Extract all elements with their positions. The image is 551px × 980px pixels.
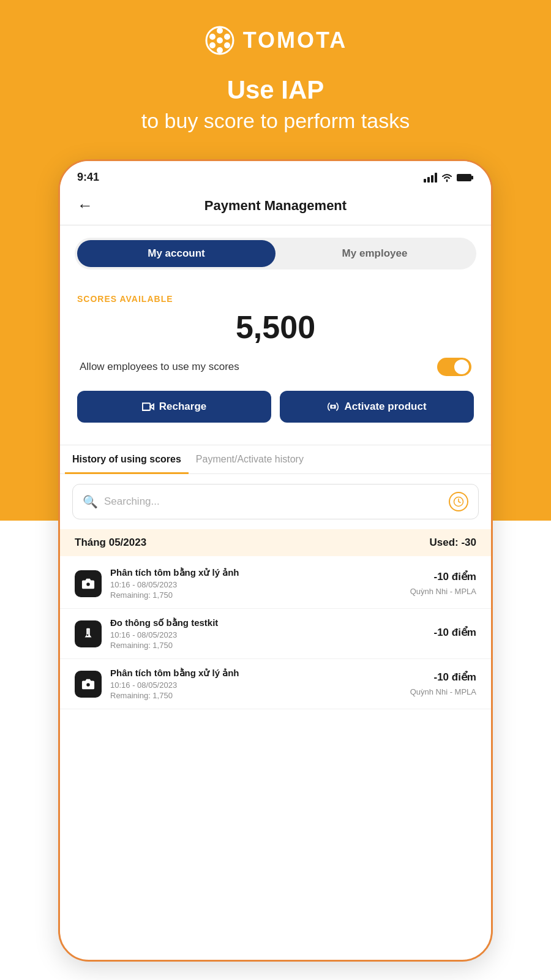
svg-point-2: [224, 34, 230, 40]
header-brand: TOMOTA Use IAP to buy score to perform t…: [0, 24, 551, 133]
transaction-info: Phân tích tôm bằng xử lý ảnh 10:16 - 08/…: [110, 668, 402, 700]
search-filter-button[interactable]: [449, 492, 468, 511]
tx-amount: -10 điểm: [433, 626, 476, 641]
tomota-logo-icon: [204, 24, 236, 56]
testkit-icon: [81, 627, 95, 641]
battery-icon: [457, 173, 474, 182]
signal-icon: [424, 173, 437, 183]
tx-title: Đo thông số bằng testkit: [110, 617, 425, 628]
svg-rect-8: [424, 179, 426, 183]
history-using-scores-tab[interactable]: History of using scores: [65, 445, 189, 473]
history-tabs: History of using scores Payment/Activate…: [60, 445, 491, 474]
svg-rect-9: [427, 177, 430, 183]
activate-product-button[interactable]: Activate product: [280, 391, 474, 423]
tx-remaining: Remaining: 1,750: [110, 590, 402, 600]
scores-value: 5,500: [77, 309, 474, 345]
month-used: Used: -30: [429, 537, 476, 549]
month-header: Tháng 05/2023 Used: -30: [60, 529, 491, 556]
back-button[interactable]: ←: [77, 196, 93, 215]
svg-rect-19: [86, 628, 90, 629]
recharge-icon: [142, 401, 154, 413]
svg-point-14: [332, 405, 335, 409]
action-buttons: Recharge Activate product: [77, 391, 474, 423]
clock-icon: [453, 496, 464, 507]
svg-point-20: [86, 682, 90, 687]
search-icon: 🔍: [83, 494, 98, 509]
svg-point-7: [217, 37, 223, 43]
tagline-sub: to buy score to perform tasks: [141, 109, 410, 133]
tx-date: 10:16 - 08/05/2023: [110, 680, 402, 690]
transaction-icon-camera: [75, 570, 102, 597]
status-bar: 9:41: [60, 161, 491, 189]
svg-point-5: [209, 42, 216, 48]
transaction-icon-testkit: [75, 620, 102, 647]
tx-amount-value: -10 điểm: [433, 626, 476, 639]
camera-icon: [81, 577, 95, 590]
svg-rect-13: [471, 176, 473, 179]
recharge-button[interactable]: Recharge: [77, 391, 271, 423]
svg-point-6: [209, 34, 216, 40]
tagline-main: Use IAP: [227, 75, 324, 105]
status-icons: [424, 173, 474, 183]
svg-point-4: [217, 47, 223, 53]
recharge-label: Recharge: [159, 401, 206, 413]
tx-user: Quỳnh Nhi - MPLA: [410, 687, 476, 696]
search-placeholder[interactable]: Searching...: [104, 496, 443, 508]
svg-point-1: [217, 28, 223, 34]
tx-amount-value: -10 điểm: [410, 671, 476, 684]
svg-rect-10: [431, 175, 433, 183]
tx-amount: -10 điểm Quỳnh Nhi - MPLA: [410, 671, 476, 697]
tx-title: Phân tích tôm bằng xử lý ảnh: [110, 668, 402, 679]
phone-mockup: 9:41 ← Payment Management: [58, 159, 493, 962]
tx-date: 10:16 - 08/05/2023: [110, 580, 402, 589]
nav-bar: ← Payment Management: [60, 189, 491, 225]
tx-remaining: Remaining: 1,750: [110, 641, 425, 650]
my-account-tab[interactable]: My account: [77, 240, 276, 267]
tx-remaining: Remaining: 1,750: [110, 691, 402, 700]
svg-point-16: [86, 582, 90, 586]
allow-employees-toggle[interactable]: [437, 358, 471, 376]
transaction-item: Phân tích tôm bằng xử lý ảnh 10:16 - 08/…: [60, 659, 491, 709]
svg-point-3: [224, 42, 230, 48]
toggle-row: Allow employees to use my scores: [77, 358, 474, 376]
month-label: Tháng 05/2023: [75, 537, 146, 549]
transaction-info: Phân tích tôm bằng xử lý ảnh 10:16 - 08/…: [110, 567, 402, 600]
tx-amount-value: -10 điểm: [410, 570, 476, 583]
svg-rect-12: [457, 174, 471, 181]
svg-rect-11: [435, 173, 437, 183]
tx-amount: -10 điểm Quỳnh Nhi - MPLA: [410, 570, 476, 597]
brand-logo: TOMOTA: [204, 24, 348, 56]
tx-title: Phân tích tôm bằng xử lý ảnh: [110, 567, 402, 578]
wifi-icon: [441, 173, 453, 183]
activate-icon: [327, 401, 339, 413]
transaction-icon-camera: [75, 671, 102, 698]
search-bar: 🔍 Searching...: [72, 484, 479, 519]
toggle-label: Allow employees to use my scores: [80, 361, 239, 373]
camera-icon: [81, 677, 95, 691]
page-title: Payment Management: [105, 198, 446, 214]
history-payment-tab[interactable]: Payment/Activate history: [189, 445, 311, 473]
brand-name: TOMOTA: [243, 28, 348, 53]
activate-label: Activate product: [344, 401, 426, 413]
my-employee-tab[interactable]: My employee: [276, 240, 474, 267]
account-tab-switcher: My account My employee: [75, 238, 476, 270]
scores-section: SCORES AVAILABLE 5,500 Allow employees t…: [60, 282, 491, 445]
tx-user: Quỳnh Nhi - MPLA: [410, 587, 476, 596]
transaction-item: Đo thông số bằng testkit 10:16 - 08/05/2…: [60, 609, 491, 659]
status-time: 9:41: [77, 171, 99, 184]
toggle-knob: [454, 360, 469, 374]
transaction-item: Phân tích tôm bằng xử lý ảnh 10:16 - 08/…: [60, 559, 491, 609]
tx-date: 10:16 - 08/05/2023: [110, 630, 425, 639]
scores-available-label: SCORES AVAILABLE: [77, 294, 474, 304]
transaction-info: Đo thông số bằng testkit 10:16 - 08/05/2…: [110, 617, 425, 650]
